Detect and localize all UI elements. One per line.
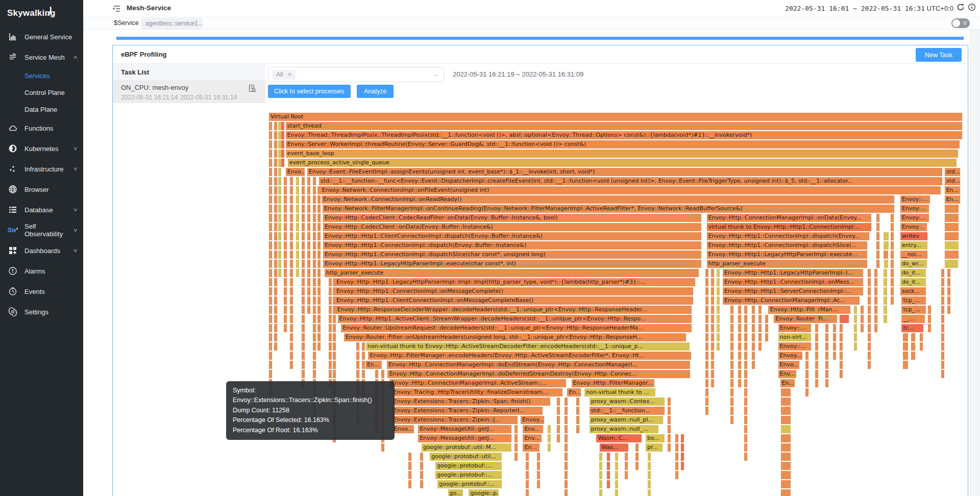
flame-bar-small[interactable]	[752, 333, 755, 341]
flame-bar-small[interactable]	[744, 342, 747, 351]
flame-bar-small[interactable]	[825, 342, 828, 351]
flame-bar-small[interactable]	[284, 260, 287, 268]
flame-bar-small[interactable]	[805, 370, 808, 378]
flame-bar-small[interactable]	[576, 425, 579, 433]
flame-bar-small[interactable]	[840, 370, 843, 378]
flame-bar-small[interactable]	[891, 214, 894, 222]
flame-bar-small[interactable]	[744, 324, 747, 332]
flame-bar-small[interactable]	[278, 269, 281, 277]
flame-bar[interactable]: Envoy::Http::ConnectionManagerImpl::onDa…	[707, 214, 871, 222]
flame-bar-small[interactable]	[738, 352, 741, 360]
flame-bar[interactable]: En...	[567, 388, 580, 396]
flame-bar-small[interactable]	[941, 342, 944, 351]
flame-bar-small[interactable]	[815, 333, 818, 341]
flame-bar-small[interactable]	[675, 471, 678, 479]
flame-bar-small[interactable]	[565, 443, 568, 452]
flame-bar-small[interactable]	[615, 480, 618, 488]
flame-bar-small[interactable]	[648, 480, 651, 488]
flame-bar-small[interactable]	[607, 480, 610, 488]
flame-bar-small[interactable]	[758, 306, 762, 314]
flame-bar-small[interactable]	[307, 306, 310, 314]
flame-bar[interactable]: std...	[945, 177, 960, 185]
flame-bar-small[interactable]	[281, 131, 284, 139]
flame-bar-small[interactable]	[730, 333, 733, 341]
flame-bar-small[interactable]	[313, 278, 316, 286]
flame-bar-small[interactable]	[302, 361, 305, 369]
sidebar-item-functions[interactable]: Functions	[0, 118, 83, 138]
flame-bar-small[interactable]	[805, 361, 808, 369]
flame-bar-small[interactable]	[313, 214, 316, 222]
new-task-button[interactable]: New Task	[916, 48, 962, 62]
flame-bar-small[interactable]	[730, 407, 733, 415]
flame-bar-small[interactable]	[565, 480, 568, 488]
flame-bar-small[interactable]	[548, 434, 551, 442]
flame-bar[interactable]: Envoy...	[900, 223, 927, 231]
flame-bar-small[interactable]	[717, 269, 720, 277]
flame-bar-small[interactable]	[274, 205, 277, 213]
flame-bar-small[interactable]	[681, 434, 684, 442]
flame-bar-small[interactable]	[758, 333, 762, 341]
flame-bar-small[interactable]	[313, 342, 316, 351]
flame-bar-small[interactable]	[738, 379, 741, 387]
flame-bar-small[interactable]	[911, 342, 915, 351]
flame-bar-small[interactable]	[284, 269, 287, 277]
flame-bar-small[interactable]	[313, 296, 316, 305]
flame-bar-small[interactable]	[730, 416, 733, 424]
flame-bar-small[interactable]	[307, 287, 310, 295]
flame-bar-small[interactable]	[269, 251, 272, 259]
flame-bar-small[interactable]	[752, 324, 755, 332]
flame-bar-small[interactable]	[945, 251, 959, 259]
flame-bar-small[interactable]	[296, 186, 299, 194]
flame-bar-small[interactable]	[317, 251, 321, 259]
flame-bar-small[interactable]	[274, 140, 277, 148]
flame-bar-small[interactable]	[281, 122, 284, 130]
flame-bar-small[interactable]	[269, 122, 272, 130]
flame-bar[interactable]: go...	[448, 489, 463, 496]
flame-bar-small[interactable]	[711, 269, 714, 277]
flame-bar-small[interactable]	[874, 278, 877, 286]
flame-bar-small[interactable]	[941, 287, 944, 295]
flame-bar-small[interactable]	[274, 195, 277, 204]
flame-bar[interactable]: tc...	[901, 324, 923, 332]
flame-bar-small[interactable]	[928, 324, 931, 332]
flame-bar[interactable]: Envo...	[778, 361, 799, 369]
flame-bar-small[interactable]	[290, 177, 293, 185]
flame-bar-small[interactable]	[281, 140, 284, 148]
flame-bar[interactable]: Envo...	[286, 168, 305, 176]
flame-bar-small[interactable]	[274, 315, 277, 323]
flame-bar-small[interactable]	[825, 370, 828, 378]
flame-bar-small[interactable]	[815, 361, 818, 369]
flame-bar-small[interactable]	[648, 462, 651, 470]
flame-bar[interactable]: __noi...	[900, 251, 927, 259]
flame-bar-small[interactable]	[874, 324, 877, 332]
flame-bar-small[interactable]	[945, 241, 959, 250]
collapse-sidebar-icon[interactable]	[112, 4, 121, 13]
flame-bar-small[interactable]	[752, 306, 755, 314]
flame-bar-small[interactable]	[711, 379, 714, 387]
flame-bar-small[interactable]	[730, 370, 733, 378]
flame-bar-small[interactable]	[302, 370, 305, 378]
flame-bar-small[interactable]	[269, 352, 272, 360]
flame-bar-small[interactable]	[833, 333, 836, 341]
flame-bar-small[interactable]	[815, 306, 818, 314]
flame-bar-small[interactable]	[884, 232, 889, 240]
flame-bar-small[interactable]	[891, 251, 894, 259]
flame-bar-small[interactable]	[928, 306, 931, 314]
flame-bar-small[interactable]	[333, 315, 336, 323]
flame-bar[interactable]: Envoy::Http::FilterManager::encodeHeader…	[368, 352, 691, 360]
flame-bar-small[interactable]	[278, 260, 281, 268]
flame-bar-small[interactable]	[307, 195, 310, 204]
flame-bar-small[interactable]	[854, 342, 857, 351]
flame-bar-small[interactable]	[565, 489, 568, 496]
flame-bar-small[interactable]	[296, 260, 299, 268]
flame-bar-small[interactable]	[854, 333, 857, 341]
flame-bar-small[interactable]	[928, 315, 931, 323]
flame-bar-small[interactable]	[675, 462, 678, 470]
flame-bar-small[interactable]	[565, 453, 568, 461]
flame-bar-small[interactable]	[738, 306, 741, 314]
flame-bar[interactable]: do_wr...	[900, 260, 927, 268]
flame-bar-small[interactable]	[705, 388, 708, 396]
flame-bar-small[interactable]	[317, 306, 321, 314]
flame-bar[interactable]: Envoy...	[521, 416, 544, 424]
flame-bar-small[interactable]	[302, 333, 305, 341]
